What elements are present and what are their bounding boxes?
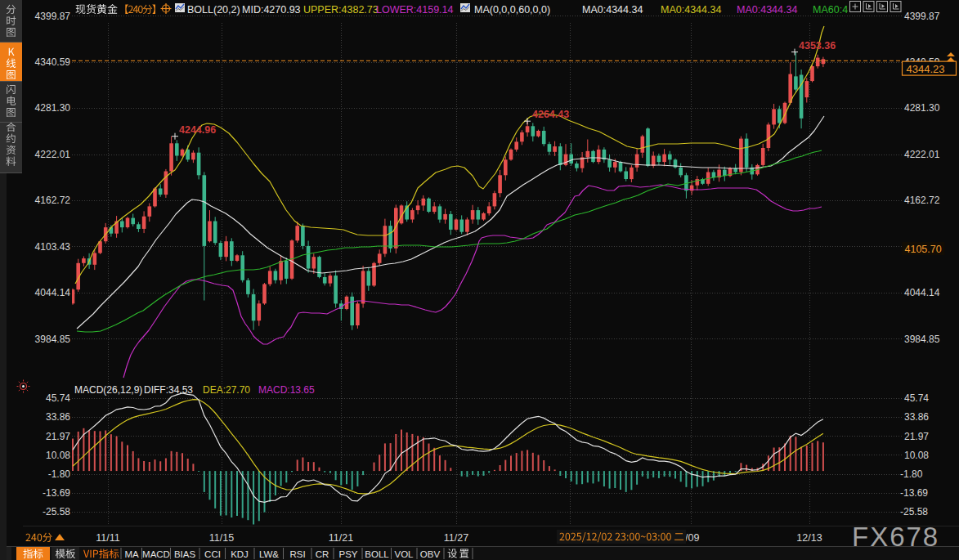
svg-text:DEA:27.70: DEA:27.70: [203, 384, 250, 396]
svg-text:MACD(26,12,9): MACD(26,12,9): [74, 384, 142, 396]
svg-text:4222.01: 4222.01: [904, 149, 940, 160]
svg-text:4281.30: 4281.30: [904, 102, 940, 114]
svg-text:33.86: 33.86: [46, 411, 70, 423]
svg-text:21.97: 21.97: [904, 431, 929, 442]
svg-text:4264.43: 4264.43: [532, 109, 569, 120]
svg-text:4103.43: 4103.43: [35, 241, 71, 253]
svg-text:33.86: 33.86: [904, 411, 929, 423]
svg-text:-1.80: -1.80: [48, 468, 71, 480]
svg-text:45.74: 45.74: [46, 392, 70, 404]
svg-text:LOWER:4159.14: LOWER:4159.14: [376, 4, 454, 16]
svg-text:RSI: RSI: [289, 549, 305, 559]
svg-text:BIAS: BIAS: [174, 549, 196, 559]
svg-text:MA60:4: MA60:4: [813, 4, 848, 16]
svg-text:-13.69: -13.69: [900, 487, 928, 499]
svg-text:-1.80: -1.80: [900, 468, 923, 480]
svg-text:4162.72: 4162.72: [904, 195, 940, 206]
svg-text:4353.36: 4353.36: [799, 40, 836, 52]
svg-text:MA(0,0,0,60,0,0): MA(0,0,0,60,0,0): [474, 4, 550, 16]
svg-text:10.08: 10.08: [904, 450, 929, 461]
svg-text:3984.85: 3984.85: [904, 334, 940, 345]
svg-text:11/27: 11/27: [444, 532, 468, 544]
svg-text:45.74: 45.74: [904, 392, 929, 404]
svg-text:CR: CR: [316, 549, 329, 559]
svg-text:-13.69: -13.69: [43, 487, 70, 499]
svg-text:12/13: 12/13: [796, 532, 822, 544]
svg-text:10.08: 10.08: [46, 450, 70, 461]
svg-text:4162.72: 4162.72: [35, 195, 71, 206]
svg-text:21.97: 21.97: [46, 431, 70, 442]
svg-text:/09: /09: [685, 532, 699, 544]
svg-text:MA: MA: [124, 549, 139, 559]
svg-text:-25.58: -25.58: [43, 506, 70, 517]
svg-text:MID:4270.93: MID:4270.93: [242, 4, 301, 16]
svg-text:4244.96: 4244.96: [179, 124, 216, 136]
svg-text:MA0:4344.34: MA0:4344.34: [737, 4, 797, 16]
svg-text:4399.87: 4399.87: [904, 11, 940, 22]
svg-text:4344.23: 4344.23: [907, 63, 945, 75]
svg-text:MA0:4344.34: MA0:4344.34: [582, 4, 643, 16]
svg-text:KDJ: KDJ: [231, 549, 249, 559]
svg-text:LW&: LW&: [259, 549, 279, 559]
svg-text:MA0:4344.34: MA0:4344.34: [661, 4, 721, 16]
svg-text:4222.01: 4222.01: [35, 149, 71, 160]
svg-text:11/21: 11/21: [329, 532, 353, 544]
svg-text:OBV: OBV: [420, 549, 441, 559]
svg-text:4399.87: 4399.87: [35, 11, 71, 22]
svg-text:4105.70: 4105.70: [905, 244, 942, 255]
svg-text:UPPER:4382.73: UPPER:4382.73: [303, 4, 379, 16]
svg-text:BOLL(20,2): BOLL(20,2): [187, 4, 240, 16]
svg-text:11/11: 11/11: [96, 532, 119, 544]
svg-text:VOL: VOL: [394, 549, 414, 559]
svg-text:4044.14: 4044.14: [35, 287, 71, 298]
svg-text:MACD: MACD: [142, 549, 170, 559]
svg-text:-25.58: -25.58: [900, 506, 928, 517]
svg-text:BOLL: BOLL: [365, 549, 389, 559]
svg-text:MACD:13.65: MACD:13.65: [258, 384, 315, 396]
svg-text:4340.59: 4340.59: [35, 56, 71, 68]
svg-text:11/15: 11/15: [209, 532, 234, 544]
svg-text:4281.30: 4281.30: [35, 102, 71, 114]
svg-text:4044.14: 4044.14: [904, 287, 940, 298]
svg-text:PSY: PSY: [338, 549, 357, 559]
svg-text:3984.85: 3984.85: [35, 334, 71, 345]
svg-text:DIFF:34.53: DIFF:34.53: [144, 384, 193, 396]
svg-text:CCI: CCI: [204, 549, 221, 559]
